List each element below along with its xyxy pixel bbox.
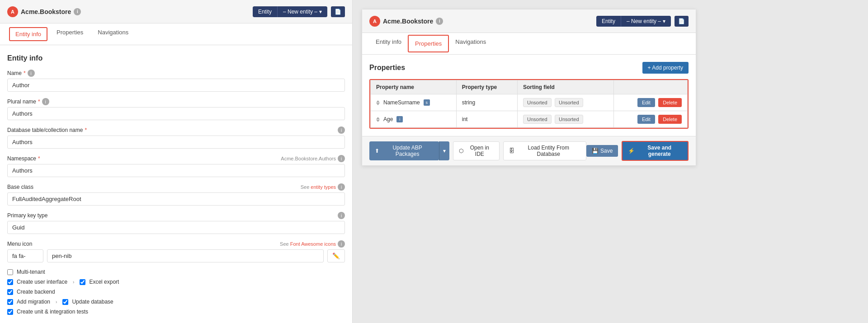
prop-sort-cell-2: Unsorted Unsorted: [517, 111, 613, 128]
sort-btn-1a[interactable]: Unsorted: [523, 98, 552, 107]
menu-icon-input-row: ✏️: [7, 249, 345, 262]
namespace-input[interactable]: [7, 164, 345, 177]
entity-button-left[interactable]: Entity: [253, 6, 277, 17]
edit-button-2[interactable]: Edit: [637, 115, 655, 124]
pk-input[interactable]: [7, 221, 345, 234]
prop-actions-cell-1: Edit Delete: [614, 94, 688, 111]
col-property-type: Property type: [456, 80, 517, 94]
app-icon-right: A: [369, 16, 380, 27]
update-db-checkbox[interactable]: [62, 299, 68, 305]
open-ide-button[interactable]: ⬡ Open in IDE: [453, 141, 500, 160]
sort-down-2[interactable]: [376, 120, 380, 122]
add-property-button[interactable]: + Add property: [642, 62, 689, 74]
right-content: Properties + Add property Property name …: [362, 55, 696, 136]
app-title-left: A Acme.Bookstore i: [7, 6, 81, 17]
namespace-label-row: Namespace * Acme.Bookstore.Authors i: [7, 155, 345, 162]
ide-icon: ⬡: [459, 148, 463, 154]
namespace-info-icon[interactable]: i: [338, 155, 345, 162]
tab-entity-info-right[interactable]: Entity info: [369, 33, 408, 55]
update-abp-button[interactable]: ⬆ Update ABP Packages: [369, 141, 439, 160]
entity-button-right[interactable]: Entity: [596, 16, 621, 27]
excel-export-checkbox[interactable]: [80, 279, 85, 285]
plural-name-input[interactable]: [7, 107, 345, 120]
update-icon: ⬆: [375, 148, 379, 154]
pk-type-group: Primary key type i: [7, 212, 345, 234]
update-abp-dropdown[interactable]: ▾: [439, 141, 449, 160]
menu-icon-pick-button[interactable]: ✏️: [327, 249, 345, 262]
delete-button-1[interactable]: Delete: [658, 98, 682, 107]
sort-btn-1b[interactable]: Unsorted: [555, 98, 583, 107]
db-table-label-row: Database table/collection name * i: [7, 126, 345, 134]
create-backend-row: Create backend: [7, 289, 345, 295]
pk-info-icon[interactable]: i: [338, 212, 345, 219]
sort-btn-2a[interactable]: Unsorted: [523, 115, 552, 124]
col-actions: [614, 80, 688, 94]
app-title-text-left: Acme.Bookstore: [21, 8, 71, 15]
info-icon-right[interactable]: i: [436, 18, 443, 25]
prop-sort-cell-1: Unsorted Unsorted: [517, 94, 613, 111]
prop-badge-2: i: [396, 116, 403, 122]
sort-up-1[interactable]: [376, 100, 380, 103]
load-entity-button[interactable]: 🗄 Load Entity From Database: [503, 141, 586, 160]
left-content: Entity info Name * i Plural name * i Dat…: [0, 45, 352, 323]
tab-navigations-right[interactable]: Navigations: [449, 33, 492, 55]
new-entity-button-left[interactable]: – New entity – ▾: [277, 6, 327, 17]
generate-icon: ⚡: [628, 148, 635, 154]
save-button[interactable]: 💾 Save: [586, 145, 618, 157]
tab-entity-info-left[interactable]: Entity info: [9, 27, 47, 41]
properties-table: Property name Property type Sorting fiel…: [370, 80, 688, 128]
create-ui-row: Create user interface › Excel export: [7, 279, 345, 285]
arrow-icon-1: ›: [73, 280, 74, 285]
create-ui-checkbox[interactable]: [7, 279, 13, 285]
doc-icon-button-left[interactable]: 📄: [331, 6, 345, 17]
prop-type-cell-1: string: [456, 94, 517, 111]
menu-icon-group: Menu icon See Font Awesome icons i ✏️: [7, 240, 345, 262]
name-input[interactable]: [7, 79, 345, 92]
delete-button-2[interactable]: Delete: [658, 115, 682, 124]
create-backend-label: Create backend: [17, 289, 55, 295]
plural-name-label: Plural name * i: [7, 98, 345, 105]
prop-name-cell-1: NameSurname s: [371, 94, 457, 111]
left-panel: A Acme.Bookstore i Entity – New entity –…: [0, 0, 353, 323]
prop-actions-cell-2: Edit Delete: [614, 111, 688, 128]
menu-icon-value-input[interactable]: [47, 249, 324, 262]
create-unit-label: Create unit & integration tests: [17, 309, 88, 315]
menu-icon-prefix-input[interactable]: [7, 249, 43, 262]
base-class-group: Base class See entity types i: [7, 183, 345, 206]
menu-icon-info-icon[interactable]: i: [338, 240, 345, 248]
base-class-info-icon[interactable]: i: [338, 183, 345, 191]
app-title-right: A Acme.Bookstore i: [369, 16, 443, 27]
info-icon-left[interactable]: i: [74, 8, 81, 15]
tab-properties-left[interactable]: Properties: [49, 23, 90, 45]
prop-name-cell-2: Age i: [371, 111, 457, 128]
db-info-icon[interactable]: i: [338, 126, 345, 134]
sort-btn-2b[interactable]: Unsorted: [555, 115, 583, 124]
sort-down-1[interactable]: [376, 103, 380, 105]
new-entity-button-right[interactable]: – New entity – ▾: [621, 16, 671, 27]
left-tabs: Entity info Properties Navigations: [0, 23, 352, 45]
base-class-input[interactable]: [7, 192, 345, 206]
edit-button-1[interactable]: Edit: [637, 98, 655, 107]
multi-tenant-label: Multi-tenant: [17, 269, 45, 275]
create-unit-checkbox[interactable]: [7, 309, 13, 315]
add-migration-label: Add migration: [17, 299, 50, 305]
plural-name-group: Plural name * i: [7, 98, 345, 120]
name-info-icon[interactable]: i: [28, 70, 35, 77]
doc-icon-button-right[interactable]: 📄: [675, 16, 689, 27]
tab-navigations-left[interactable]: Navigations: [90, 23, 136, 45]
dropdown-arrow-right: ▾: [663, 18, 665, 24]
sort-up-2[interactable]: [376, 117, 380, 119]
create-backend-checkbox[interactable]: [7, 289, 13, 295]
add-migration-checkbox[interactable]: [7, 299, 13, 305]
tab-properties-right[interactable]: Properties: [408, 35, 449, 52]
db-table-group: Database table/collection name * i: [7, 126, 345, 149]
namespace-hint: Acme.Bookstore.Authors: [281, 156, 336, 161]
save-generate-button[interactable]: ⚡ Save and generate: [622, 141, 689, 161]
db-table-input[interactable]: [7, 136, 345, 149]
sort-arrows-2: [376, 117, 380, 122]
plural-info-icon[interactable]: i: [42, 98, 49, 105]
right-footer: ⬆ Update ABP Packages ▾ ⬡ Open in IDE 🗄 …: [362, 136, 696, 165]
app-title-text-right: Acme.Bookstore: [383, 18, 433, 25]
create-ui-label: Create user interface: [17, 279, 67, 285]
multi-tenant-checkbox[interactable]: [7, 269, 13, 275]
